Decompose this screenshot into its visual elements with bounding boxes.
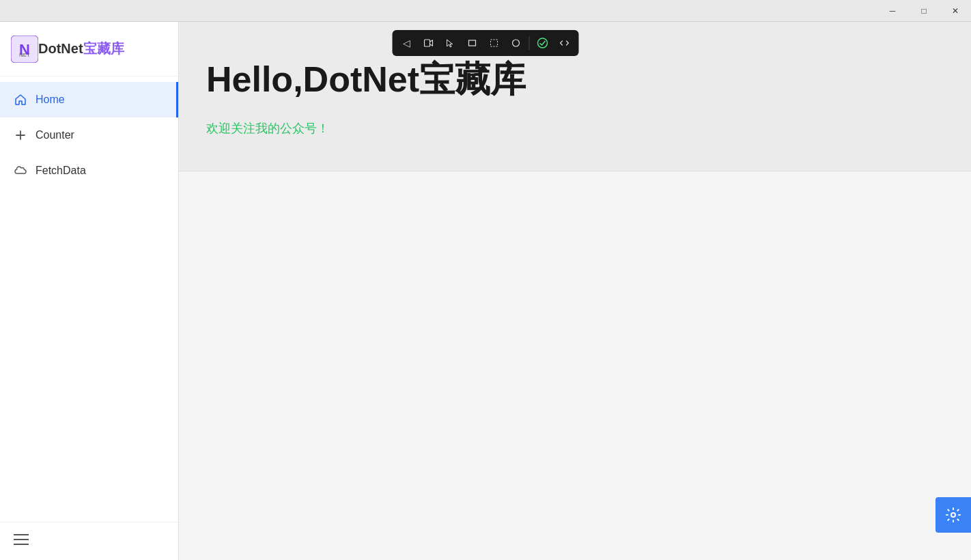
app-container: N NET DotNet宝藏库 Home	[0, 22, 971, 560]
toolbar-circle-btn[interactable]	[506, 33, 526, 53]
svg-marker-1	[447, 40, 453, 47]
toolbar-rect-btn[interactable]	[462, 33, 483, 53]
settings-button[interactable]	[935, 497, 971, 533]
svg-point-4	[513, 40, 520, 46]
floating-toolbar: ◁	[393, 30, 579, 56]
app-logo: N NET	[11, 36, 38, 63]
toolbar-check-btn[interactable]	[533, 33, 553, 53]
sidebar-counter-label: Counter	[36, 129, 74, 141]
sidebar-nav: Home Counter FetchData	[0, 76, 178, 522]
svg-rect-3	[491, 40, 498, 46]
window-controls: ─ □ ✕	[877, 0, 971, 22]
toolbar-code-btn[interactable]	[554, 33, 575, 53]
maximize-button[interactable]: □	[908, 0, 940, 22]
sidebar-item-home[interactable]: Home	[0, 82, 178, 117]
toolbar-separator	[529, 36, 530, 50]
toolbar-arrow-btn[interactable]: ◁	[397, 33, 417, 53]
toolbar-video-btn[interactable]	[419, 33, 439, 53]
toolbar-select-btn[interactable]	[484, 33, 505, 53]
svg-point-5	[538, 38, 548, 48]
cloud-icon	[14, 164, 27, 178]
sidebar: N NET DotNet宝藏库 Home	[0, 22, 179, 560]
sidebar-item-fetchdata[interactable]: FetchData	[0, 153, 178, 188]
hamburger-button[interactable]	[14, 533, 29, 549]
minimize-button[interactable]: ─	[877, 0, 908, 22]
svg-rect-0	[425, 40, 430, 46]
title-bar: ─ □ ✕	[0, 0, 971, 22]
svg-text:NET: NET	[19, 51, 30, 57]
app-title: DotNet宝藏库	[38, 40, 124, 58]
toolbar-cursor-btn[interactable]	[440, 33, 461, 53]
svg-point-15	[951, 513, 955, 517]
sidebar-header: N NET DotNet宝藏库	[0, 22, 178, 76]
main-content: Hello,DotNet宝藏库 欢迎关注我的公众号！	[179, 22, 971, 560]
sidebar-item-counter[interactable]: Counter	[0, 117, 178, 153]
close-button[interactable]: ✕	[940, 0, 971, 22]
sidebar-home-label: Home	[36, 94, 65, 106]
hero-subtitle: 欢迎关注我的公众号！	[206, 120, 944, 137]
sidebar-fetchdata-label: FetchData	[36, 165, 86, 177]
home-icon	[14, 93, 27, 107]
plus-icon	[14, 128, 27, 142]
hero-title: Hello,DotNet宝藏库	[206, 56, 944, 104]
sidebar-footer	[0, 522, 178, 560]
svg-rect-2	[469, 40, 476, 46]
